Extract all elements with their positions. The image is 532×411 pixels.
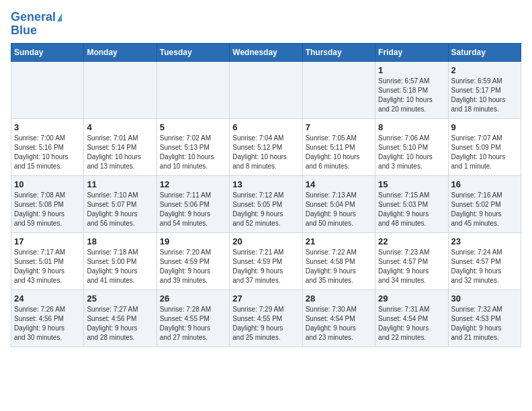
day-info: Sunrise: 7:18 AM Sunset: 5:00 PM Dayligh… <box>87 248 153 285</box>
day-cell <box>84 61 157 118</box>
header-cell-sunday: Sunday <box>11 43 84 61</box>
day-info: Sunrise: 7:22 AM Sunset: 4:58 PM Dayligh… <box>306 248 372 285</box>
day-info: Sunrise: 7:08 AM Sunset: 5:08 PM Dayligh… <box>14 191 81 228</box>
day-cell: 14Sunrise: 7:13 AM Sunset: 5:04 PM Dayli… <box>302 175 375 232</box>
day-number: 23 <box>451 236 518 246</box>
day-number: 4 <box>87 122 153 132</box>
day-cell: 10Sunrise: 7:08 AM Sunset: 5:08 PM Dayli… <box>11 175 84 232</box>
day-cell <box>157 61 229 118</box>
calendar-header: SundayMondayTuesdayWednesdayThursdayFrid… <box>11 43 521 61</box>
day-number: 16 <box>451 179 518 189</box>
day-cell: 6Sunrise: 7:04 AM Sunset: 5:12 PM Daylig… <box>230 118 302 175</box>
day-cell <box>230 61 302 118</box>
day-number: 18 <box>87 236 153 246</box>
day-cell: 27Sunrise: 7:29 AM Sunset: 4:55 PM Dayli… <box>230 289 302 347</box>
logo-text-line2: Blue <box>11 24 37 38</box>
day-info: Sunrise: 7:02 AM Sunset: 5:13 PM Dayligh… <box>160 134 226 171</box>
page-header: General Blue <box>11 11 521 38</box>
header-cell-saturday: Saturday <box>448 43 521 61</box>
day-cell: 4Sunrise: 7:01 AM Sunset: 5:14 PM Daylig… <box>84 118 157 175</box>
day-number: 13 <box>232 179 299 189</box>
day-info: Sunrise: 7:17 AM Sunset: 5:01 PM Dayligh… <box>14 248 81 285</box>
day-cell: 13Sunrise: 7:12 AM Sunset: 5:05 PM Dayli… <box>230 175 302 232</box>
day-cell: 24Sunrise: 7:26 AM Sunset: 4:56 PM Dayli… <box>11 289 84 347</box>
day-number: 14 <box>306 179 372 189</box>
header-cell-friday: Friday <box>375 43 448 61</box>
day-number: 15 <box>378 179 445 189</box>
day-cell: 23Sunrise: 7:24 AM Sunset: 4:57 PM Dayli… <box>448 232 521 289</box>
day-number: 2 <box>451 65 518 75</box>
day-cell: 28Sunrise: 7:30 AM Sunset: 4:54 PM Dayli… <box>302 289 375 347</box>
day-number: 30 <box>451 293 518 304</box>
day-info: Sunrise: 7:20 AM Sunset: 4:59 PM Dayligh… <box>160 248 226 285</box>
day-cell: 7Sunrise: 7:05 AM Sunset: 5:11 PM Daylig… <box>302 118 375 175</box>
day-number: 1 <box>378 65 445 75</box>
day-info: Sunrise: 7:13 AM Sunset: 5:04 PM Dayligh… <box>306 191 372 228</box>
day-info: Sunrise: 7:31 AM Sunset: 4:54 PM Dayligh… <box>378 305 445 342</box>
calendar-body: 1Sunrise: 6:57 AM Sunset: 5:18 PM Daylig… <box>11 61 521 347</box>
day-cell: 8Sunrise: 7:06 AM Sunset: 5:10 PM Daylig… <box>375 118 448 175</box>
day-info: Sunrise: 7:29 AM Sunset: 4:55 PM Dayligh… <box>232 305 299 342</box>
day-number: 3 <box>14 122 81 132</box>
day-cell: 17Sunrise: 7:17 AM Sunset: 5:01 PM Dayli… <box>11 232 84 289</box>
day-cell: 30Sunrise: 7:32 AM Sunset: 4:53 PM Dayli… <box>448 289 521 347</box>
header-cell-monday: Monday <box>84 43 157 61</box>
day-number: 8 <box>378 122 445 132</box>
header-cell-tuesday: Tuesday <box>157 43 229 61</box>
header-row: SundayMondayTuesdayWednesdayThursdayFrid… <box>11 43 521 61</box>
day-cell: 12Sunrise: 7:11 AM Sunset: 5:06 PM Dayli… <box>157 175 229 232</box>
day-cell: 3Sunrise: 7:00 AM Sunset: 5:16 PM Daylig… <box>11 118 84 175</box>
day-number: 12 <box>160 179 226 189</box>
day-info: Sunrise: 6:57 AM Sunset: 5:18 PM Dayligh… <box>378 77 445 114</box>
day-number: 29 <box>378 293 445 304</box>
logo: General Blue <box>11 11 62 38</box>
day-number: 20 <box>232 236 299 246</box>
day-cell: 29Sunrise: 7:31 AM Sunset: 4:54 PM Dayli… <box>375 289 448 347</box>
calendar-table: SundayMondayTuesdayWednesdayThursdayFrid… <box>11 43 521 347</box>
day-info: Sunrise: 7:06 AM Sunset: 5:10 PM Dayligh… <box>378 134 445 171</box>
day-number: 28 <box>306 293 372 304</box>
week-row-4: 17Sunrise: 7:17 AM Sunset: 5:01 PM Dayli… <box>11 232 521 289</box>
day-info: Sunrise: 7:00 AM Sunset: 5:16 PM Dayligh… <box>14 134 81 171</box>
day-cell: 20Sunrise: 7:21 AM Sunset: 4:59 PM Dayli… <box>230 232 302 289</box>
week-row-5: 24Sunrise: 7:26 AM Sunset: 4:56 PM Dayli… <box>11 289 521 347</box>
day-info: Sunrise: 6:59 AM Sunset: 5:17 PM Dayligh… <box>451 77 518 114</box>
logo-triangle-icon <box>57 13 62 21</box>
day-cell: 19Sunrise: 7:20 AM Sunset: 4:59 PM Dayli… <box>157 232 229 289</box>
day-info: Sunrise: 7:16 AM Sunset: 5:02 PM Dayligh… <box>451 191 518 228</box>
day-cell: 1Sunrise: 6:57 AM Sunset: 5:18 PM Daylig… <box>375 61 448 118</box>
day-info: Sunrise: 7:15 AM Sunset: 5:03 PM Dayligh… <box>378 191 445 228</box>
day-number: 11 <box>87 179 153 189</box>
day-number: 21 <box>306 236 372 246</box>
day-number: 27 <box>232 293 299 304</box>
day-info: Sunrise: 7:10 AM Sunset: 5:07 PM Dayligh… <box>87 191 153 228</box>
week-row-3: 10Sunrise: 7:08 AM Sunset: 5:08 PM Dayli… <box>11 175 521 232</box>
day-cell: 11Sunrise: 7:10 AM Sunset: 5:07 PM Dayli… <box>84 175 157 232</box>
day-cell: 22Sunrise: 7:23 AM Sunset: 4:57 PM Dayli… <box>375 232 448 289</box>
day-number: 22 <box>378 236 445 246</box>
day-info: Sunrise: 7:04 AM Sunset: 5:12 PM Dayligh… <box>232 134 299 171</box>
day-info: Sunrise: 7:28 AM Sunset: 4:55 PM Dayligh… <box>160 305 226 342</box>
day-cell: 21Sunrise: 7:22 AM Sunset: 4:58 PM Dayli… <box>302 232 375 289</box>
day-cell: 16Sunrise: 7:16 AM Sunset: 5:02 PM Dayli… <box>448 175 521 232</box>
day-info: Sunrise: 7:30 AM Sunset: 4:54 PM Dayligh… <box>306 305 372 342</box>
day-cell: 5Sunrise: 7:02 AM Sunset: 5:13 PM Daylig… <box>157 118 229 175</box>
day-cell: 26Sunrise: 7:28 AM Sunset: 4:55 PM Dayli… <box>157 289 229 347</box>
logo-text-line1: General <box>11 11 56 24</box>
day-cell: 9Sunrise: 7:07 AM Sunset: 5:09 PM Daylig… <box>448 118 521 175</box>
day-number: 26 <box>160 293 226 304</box>
day-number: 9 <box>451 122 518 132</box>
day-number: 5 <box>160 122 226 132</box>
week-row-2: 3Sunrise: 7:00 AM Sunset: 5:16 PM Daylig… <box>11 118 521 175</box>
day-cell: 18Sunrise: 7:18 AM Sunset: 5:00 PM Dayli… <box>84 232 157 289</box>
day-info: Sunrise: 7:11 AM Sunset: 5:06 PM Dayligh… <box>160 191 226 228</box>
header-cell-thursday: Thursday <box>302 43 375 61</box>
day-cell: 15Sunrise: 7:15 AM Sunset: 5:03 PM Dayli… <box>375 175 448 232</box>
day-number: 10 <box>14 179 81 189</box>
header-cell-wednesday: Wednesday <box>230 43 302 61</box>
day-number: 7 <box>306 122 372 132</box>
day-info: Sunrise: 7:05 AM Sunset: 5:11 PM Dayligh… <box>306 134 372 171</box>
day-info: Sunrise: 7:21 AM Sunset: 4:59 PM Dayligh… <box>232 248 299 285</box>
day-info: Sunrise: 7:07 AM Sunset: 5:09 PM Dayligh… <box>451 134 518 171</box>
day-cell: 25Sunrise: 7:27 AM Sunset: 4:56 PM Dayli… <box>84 289 157 347</box>
